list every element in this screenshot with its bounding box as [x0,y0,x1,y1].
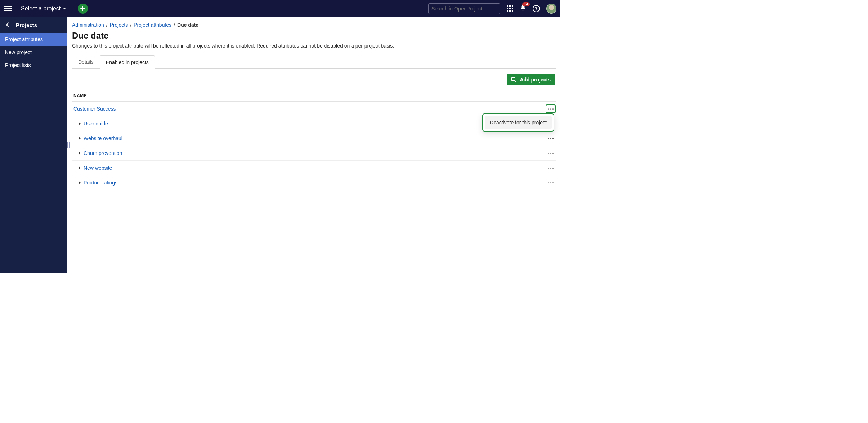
sidebar-item-label: Project lists [5,62,31,68]
sidebar-item-new-project[interactable]: New project [0,46,67,59]
svg-rect-1 [512,77,515,81]
menu-item-deactivate[interactable]: Deactivate for this project [485,116,552,129]
expand-icon[interactable] [79,122,81,125]
sidebar-item-project-lists[interactable]: Project lists [0,59,67,72]
breadcrumb-separator: / [174,22,175,28]
page-title: Due date [72,31,556,41]
tab-enabled-in-projects[interactable]: Enabled in projects [100,55,155,69]
plus-icon [80,6,86,12]
sidebar-collapse-handle[interactable] [67,142,70,148]
expand-icon[interactable] [79,166,81,170]
create-button[interactable] [78,4,88,14]
search-box[interactable] [428,3,500,14]
expand-icon[interactable] [79,181,81,184]
row-more-button[interactable] [546,150,555,157]
add-projects-label: Add projects [520,77,551,83]
help-button[interactable]: ? [533,5,540,12]
project-selector-label: Select a project [21,5,61,12]
sidebar-back[interactable]: Projects [0,17,67,33]
notification-badge: 14 [522,2,530,6]
sidebar-title: Projects [16,22,37,28]
list-column-name: NAME [72,90,556,102]
tab-label: Details [78,59,94,65]
row-more-button[interactable] [546,135,555,142]
main-content: Administration / Projects / Project attr… [67,17,560,273]
menu-icon[interactable] [4,4,12,13]
sidebar-item-project-attributes[interactable]: Project attributes [0,33,67,46]
expand-icon[interactable] [79,137,81,140]
search-input[interactable] [431,6,495,12]
breadcrumb-link[interactable]: Projects [110,22,128,28]
project-link[interactable]: New website [84,165,112,171]
question-icon: ? [535,6,537,11]
table-row: New website [72,161,556,175]
project-selector[interactable]: Select a project [17,3,70,14]
arrow-left-icon [5,22,11,28]
sidebar-item-label: Project attributes [5,36,43,42]
project-link[interactable]: Product ratings [84,180,117,186]
avatar[interactable] [546,4,556,14]
tab-label: Enabled in projects [106,59,149,65]
breadcrumb-current: Due date [177,22,198,28]
chevron-down-icon [63,7,66,10]
toolbar: Add projects [72,69,556,90]
sidebar-item-label: New project [5,49,32,55]
breadcrumb-link[interactable]: Administration [72,22,104,28]
row-more-button[interactable] [546,179,555,186]
tabs: Details Enabled in projects [72,55,556,69]
apps-icon[interactable] [507,5,513,12]
breadcrumb-separator: / [130,22,131,28]
project-link[interactable]: Customer Success [73,106,116,112]
page-description: Changes to this project attribute will b… [72,43,556,49]
breadcrumb-separator: / [106,22,108,28]
breadcrumb-link[interactable]: Project attributes [134,22,171,28]
tab-details[interactable]: Details [72,55,100,68]
project-link[interactable]: Churn prevention [84,150,122,156]
row-more-button[interactable] [546,164,555,172]
table-row: Churn prevention [72,146,556,161]
table-row: Product ratings [72,175,556,190]
add-projects-icon [511,77,517,83]
sidebar: Projects Project attributes New project … [0,17,67,273]
expand-icon[interactable] [79,151,81,155]
project-link[interactable]: User guide [84,121,108,126]
breadcrumb: Administration / Projects / Project attr… [72,22,556,28]
row-more-button[interactable] [546,105,555,112]
topbar: Select a project 14 ? [0,0,560,17]
row-context-menu: Deactivate for this project [482,113,554,132]
project-link[interactable]: Website overhaul [84,135,122,141]
table-row: Website overhaul [72,131,556,146]
add-projects-button[interactable]: Add projects [507,74,555,85]
notifications-button[interactable]: 14 [520,5,526,12]
